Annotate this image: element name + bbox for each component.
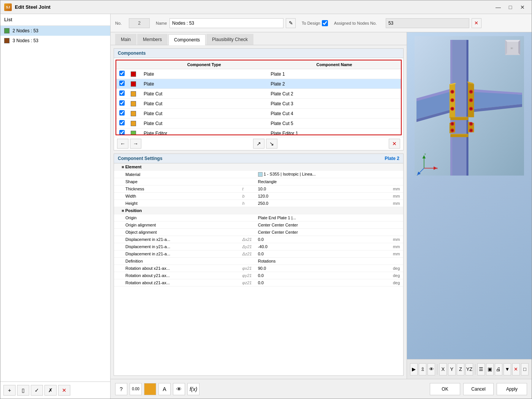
comp-checkbox[interactable] xyxy=(119,71,125,76)
view-toolbar: ▶ ⇫ 👁 X Y Z YZ ☰ ▣ 🖨 ▼ ✕ □ xyxy=(407,359,532,379)
setting-value: Rotations xyxy=(255,258,390,265)
view-move-button[interactable]: ⇫ xyxy=(419,363,426,375)
view-window-button[interactable]: □ xyxy=(521,363,529,375)
setting-sym xyxy=(239,171,255,178)
tab-main[interactable]: Main xyxy=(115,34,136,45)
view-y-button[interactable]: Y xyxy=(448,363,456,375)
settings-data-row: Displacement in y21-a... Δy21 -40.0 mm xyxy=(114,243,403,250)
setting-label: Rotation about x21-ax... xyxy=(114,265,239,272)
list-item[interactable]: 2 Nodes : 53 xyxy=(0,26,110,36)
eye-button[interactable]: 👁 xyxy=(173,383,185,395)
setting-label: Displacement in y21-a... xyxy=(114,243,239,250)
components-table-scroll[interactable]: Component Type Component Name Plate Plat… xyxy=(116,60,401,135)
maximize-button[interactable]: □ xyxy=(505,3,516,11)
setting-value: -40.0 xyxy=(255,243,390,250)
bottom-bar: ? 0.00 A 👁 f(x) OK Cancel Apply xyxy=(111,379,532,399)
setting-value: 250.0 xyxy=(255,200,390,207)
settings-data-row: Object alignment Center Center Center xyxy=(114,229,403,236)
close-button[interactable]: ✕ xyxy=(517,3,528,11)
view-close-button[interactable]: ✕ xyxy=(512,363,520,375)
import-button[interactable]: ↗ xyxy=(253,139,264,149)
setting-label: Definition xyxy=(114,258,239,265)
clear-assigned-button[interactable]: ✕ xyxy=(472,18,481,28)
svg-text:Z: Z xyxy=(416,175,418,176)
color-button[interactable] xyxy=(144,383,156,395)
view-x-button[interactable]: X xyxy=(439,363,447,375)
assigned-input[interactable] xyxy=(386,18,469,28)
view-box-button[interactable]: ▣ xyxy=(486,363,494,375)
view-layers-button[interactable]: ☰ xyxy=(477,363,485,375)
comp-name-cell: Plate 1 xyxy=(268,69,401,79)
table-row[interactable]: Plate Cut Plate Cut 3 xyxy=(116,99,401,109)
table-row[interactable]: Plate Cut Plate Cut 4 xyxy=(116,109,401,119)
comp-checkbox[interactable] xyxy=(119,90,125,96)
apply-button[interactable]: Apply xyxy=(497,383,527,395)
name-input[interactable] xyxy=(169,18,283,28)
settings-data-row: Definition Rotations xyxy=(114,258,403,265)
no-input[interactable] xyxy=(129,18,150,28)
group-toggle[interactable]: ■ xyxy=(122,165,124,169)
delete-comp-button[interactable]: ✕ xyxy=(389,139,400,149)
comp-checkbox[interactable] xyxy=(119,110,125,116)
tab-components[interactable]: Components xyxy=(168,34,206,45)
setting-sym xyxy=(239,178,255,185)
table-row[interactable]: Plate Cut Plate Cut 5 xyxy=(116,119,401,128)
group-toggle[interactable]: ■ xyxy=(122,208,124,213)
setting-unit xyxy=(390,214,403,222)
comp-name-cell: Plate Cut 2 xyxy=(268,89,401,99)
view-print-button[interactable]: 🖨 xyxy=(495,363,502,375)
list-item[interactable]: 3 Nodes : 53 xyxy=(0,36,110,46)
view-select-button[interactable]: ▶ xyxy=(410,363,418,375)
move-up-button[interactable]: ← xyxy=(117,139,128,149)
table-row[interactable]: Plate Editor Plate Editor 1 xyxy=(116,128,401,135)
minimize-button[interactable]: — xyxy=(493,3,504,11)
help-button[interactable]: ? xyxy=(115,383,127,395)
svg-marker-44 xyxy=(505,40,507,55)
text-button[interactable]: A xyxy=(158,383,171,395)
formula-button[interactable]: f(x) xyxy=(187,383,200,395)
comp-checkbox[interactable] xyxy=(119,130,125,135)
settings-data-row: Width b 120.0 mm xyxy=(114,193,403,200)
settings-group-row[interactable]: ■ Element xyxy=(114,163,403,171)
svg-point-34 xyxy=(470,123,472,125)
assigned-label: Assigned to Nodes No. xyxy=(334,21,383,25)
split-area: Main Members Components Plausibility Che… xyxy=(111,32,532,379)
bottom-left-tools: ? 0.00 A 👁 f(x) xyxy=(115,383,200,395)
comp-checkbox[interactable] xyxy=(119,120,125,125)
settings-group-row[interactable]: ■ Position xyxy=(114,207,403,214)
tab-members[interactable]: Members xyxy=(137,34,168,45)
comp-color-swatch xyxy=(131,81,136,87)
window-controls: — □ ✕ xyxy=(493,3,528,11)
table-row[interactable]: Plate Cut Plate Cut 2 xyxy=(116,89,401,99)
add-item-button[interactable]: + xyxy=(3,385,16,396)
comp-checkbox[interactable] xyxy=(119,81,125,86)
setting-sym: φz21 xyxy=(239,279,255,287)
view-z-button[interactable]: Z xyxy=(457,363,464,375)
delete-item-button[interactable]: ✕ xyxy=(58,385,70,396)
setting-sym xyxy=(239,222,255,229)
ok-button[interactable]: OK xyxy=(430,383,460,395)
edit-name-button[interactable]: ✎ xyxy=(286,18,296,28)
comp-checkbox[interactable] xyxy=(119,100,125,106)
copy-item-button[interactable]: ▯ xyxy=(17,385,29,396)
setting-value: 0.0 xyxy=(255,236,390,243)
view-eye-button[interactable]: 👁 xyxy=(428,363,435,375)
view-dropdown-button[interactable]: ▼ xyxy=(504,363,511,375)
tab-plausibility[interactable]: Plausibility Check xyxy=(206,34,253,45)
table-row[interactable]: Plate Plate 2 xyxy=(116,79,401,89)
comp-color-swatch xyxy=(131,121,136,126)
comp-type-cell: Plate Cut xyxy=(141,109,268,119)
setting-unit: mm xyxy=(390,185,403,193)
name-field: Name ✎ xyxy=(156,18,296,28)
view-yz-button[interactable]: YZ xyxy=(466,363,473,375)
uncheck-button[interactable]: ✗ xyxy=(44,385,57,396)
move-down-button[interactable]: → xyxy=(130,139,141,149)
to-design-checkbox[interactable] xyxy=(322,20,328,26)
setting-sym: φx21 xyxy=(239,265,255,272)
check-button[interactable]: ✓ xyxy=(31,385,43,396)
cancel-button[interactable]: Cancel xyxy=(463,383,494,395)
export-button[interactable]: ↘ xyxy=(266,139,277,149)
table-row[interactable]: Plate Plate 1 xyxy=(116,69,401,79)
list-item-color xyxy=(4,28,10,33)
zero-button[interactable]: 0.00 xyxy=(130,383,142,395)
